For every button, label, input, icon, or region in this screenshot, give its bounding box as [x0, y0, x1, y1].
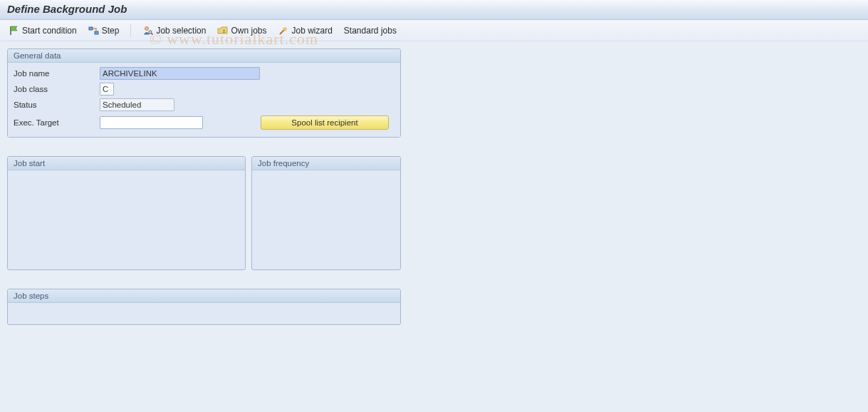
svg-point-3	[149, 31, 152, 34]
status-value: Scheduled	[100, 98, 174, 111]
job-steps-header: Job steps	[8, 289, 400, 303]
svg-rect-1	[95, 31, 98, 34]
job-name-input[interactable]	[100, 67, 260, 80]
content-area: General data Job name Job class Status S…	[0, 41, 868, 332]
job-class-row: Job class	[12, 83, 396, 96]
job-name-label: Job name	[12, 69, 94, 78]
own-jobs-label: Own jobs	[231, 26, 266, 36]
start-condition-button[interactable]: Start condition	[6, 24, 80, 38]
status-row: Status Scheduled	[12, 98, 396, 111]
job-start-groupbox: Job start	[7, 156, 246, 270]
job-selection-button[interactable]: Job selection	[140, 24, 209, 38]
folder-person-icon	[217, 25, 229, 36]
step-button[interactable]: Step	[85, 24, 122, 38]
job-wizard-label: Job wizard	[291, 26, 332, 36]
job-wizard-button[interactable]: Job wizard	[275, 24, 335, 38]
start-condition-label: Start condition	[22, 26, 77, 36]
svg-point-4	[224, 29, 226, 31]
toolbar-separator	[130, 24, 131, 37]
job-selection-label: Job selection	[156, 26, 206, 36]
standard-jobs-button[interactable]: Standard jobs	[341, 24, 399, 37]
svg-rect-0	[89, 27, 93, 30]
wizard-icon	[278, 25, 289, 36]
job-frequency-header: Job frequency	[252, 157, 400, 170]
general-data-body: Job name Job class Status Scheduled Exec…	[8, 63, 400, 137]
general-data-header: General data	[8, 49, 400, 63]
person-search-icon	[142, 25, 154, 36]
standard-jobs-label: Standard jobs	[344, 26, 397, 36]
general-data-groupbox: General data Job name Job class Status S…	[7, 48, 401, 138]
job-steps-body	[8, 303, 400, 324]
status-label: Status	[12, 101, 94, 109]
title-bar: Define Background Job	[0, 0, 868, 20]
own-jobs-button[interactable]: Own jobs	[214, 24, 269, 38]
job-class-input[interactable]	[100, 83, 114, 96]
job-steps-groupbox: Job steps	[7, 289, 401, 325]
exec-target-label: Exec. Target	[12, 118, 94, 127]
toolbar: Start condition Step Job selection Own j…	[0, 20, 868, 41]
start-frequency-row: Job start Job frequency	[7, 156, 401, 270]
step-icon	[88, 25, 100, 36]
job-start-body	[8, 170, 245, 267]
exec-target-row: Exec. Target Spool list recipient	[12, 115, 396, 130]
svg-point-2	[145, 26, 149, 30]
exec-target-input[interactable]	[100, 116, 203, 129]
job-frequency-groupbox: Job frequency	[251, 156, 401, 270]
job-class-label: Job class	[12, 85, 94, 93]
flag-icon	[9, 25, 20, 36]
page-title: Define Background Job	[7, 3, 127, 15]
spool-list-recipient-button[interactable]: Spool list recipient	[261, 115, 389, 130]
step-label: Step	[102, 26, 120, 36]
job-name-row: Job name	[12, 67, 396, 80]
job-frequency-body	[252, 170, 400, 267]
job-start-header: Job start	[8, 157, 245, 170]
